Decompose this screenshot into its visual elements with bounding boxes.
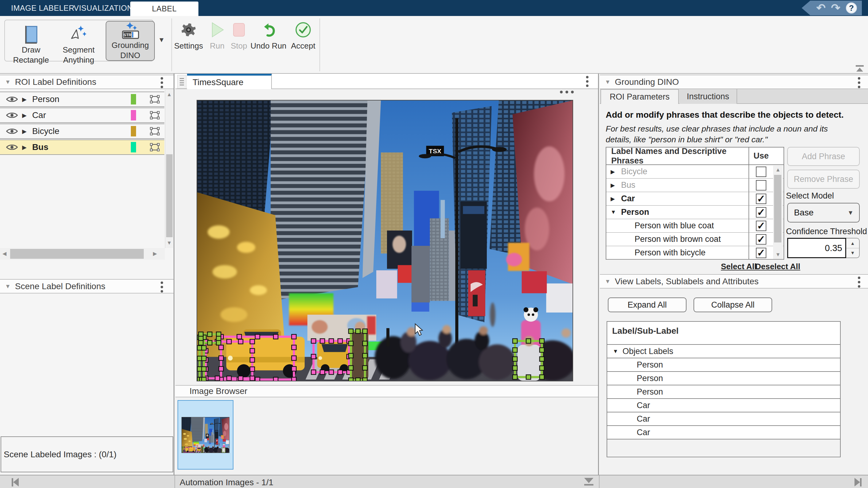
expand-triangle-icon[interactable]: ▶ — [22, 112, 27, 119]
collapse-triangle-icon[interactable]: ▼ — [611, 209, 621, 215]
label-row[interactable]: Car — [607, 413, 840, 426]
roi-definitions-header[interactable]: ▼ ROI Label Definitions — [0, 75, 174, 89]
gdino-icon-text: STR — [123, 33, 132, 37]
phrase-label: Person — [621, 207, 649, 217]
help-icon[interactable]: ? — [846, 2, 857, 13]
accept-button[interactable]: Accept — [288, 22, 318, 51]
collapse-image-strip-icon[interactable] — [584, 478, 593, 486]
view-labels-header[interactable]: ▼ View Labels, Sublabels and Attributes — [600, 274, 868, 288]
expand-triangle-icon[interactable]: ▶ — [611, 169, 621, 175]
visibility-eye-icon[interactable] — [6, 127, 18, 135]
select-all-link[interactable]: Select All — [721, 262, 756, 271]
roi-color-swatch[interactable] — [131, 126, 136, 136]
roi-row-bus[interactable]: ▶ Bus — [0, 140, 164, 155]
grounding-dino-menu-icon[interactable] — [858, 82, 860, 84]
grounding-dino-button[interactable]: STR Grounding DINO — [106, 21, 155, 61]
viewer-menu-icon[interactable] — [586, 80, 589, 83]
spinner-up-icon[interactable]: ▲ — [846, 239, 859, 248]
tab-grip-icon[interactable] — [177, 75, 186, 89]
roi-row-bicycle[interactable]: ▶ Bicycle — [0, 124, 164, 139]
collapse-triangle-icon[interactable]: ▼ — [5, 79, 11, 85]
roi-row-person[interactable]: ▶ Person — [0, 92, 164, 107]
view-labels-menu-icon[interactable] — [858, 281, 860, 283]
scene-panel-menu-icon[interactable] — [161, 286, 163, 288]
last-image-icon[interactable] — [855, 478, 862, 486]
phrase-row-person-bicycle[interactable]: Person with bicycle ✓ — [606, 246, 783, 260]
use-checkbox[interactable]: ✓ — [756, 248, 766, 258]
segment-anything-label: Segment Anything — [56, 45, 102, 65]
collapse-all-button[interactable]: Collapse All — [693, 298, 772, 312]
roi-color-swatch[interactable] — [131, 142, 136, 152]
phrase-row-bicycle[interactable]: ▶Bicycle — [606, 165, 783, 179]
times-square-photo[interactable] — [196, 100, 573, 382]
use-checkbox[interactable] — [756, 166, 766, 177]
visibility-eye-icon[interactable] — [6, 143, 18, 151]
tab-label[interactable]: LABEL — [130, 2, 198, 16]
label-row[interactable]: Person — [607, 358, 840, 372]
model-dropdown[interactable]: Base ▼ — [787, 203, 860, 222]
label-row[interactable]: Person — [607, 385, 840, 399]
use-checkbox[interactable]: ✓ — [756, 207, 766, 218]
visibility-eye-icon[interactable] — [6, 95, 18, 103]
image-tab-timessquare[interactable]: TimesSquare — [187, 74, 272, 89]
expand-triangle-icon[interactable]: ▶ — [22, 96, 27, 103]
axes-toolbar-ellipsis-icon[interactable] — [560, 91, 574, 93]
roi-panel-menu-icon[interactable] — [161, 82, 163, 84]
undo-icon[interactable]: ↶ — [816, 2, 826, 13]
phrase-row-bus[interactable]: ▶Bus — [606, 179, 783, 192]
tab-instructions[interactable]: Instructions — [679, 89, 737, 104]
settings-button[interactable]: Settings — [173, 22, 205, 51]
tools-gallery-dropdown-icon[interactable]: ▼ — [155, 34, 168, 46]
expand-triangle-icon[interactable]: ▶ — [22, 144, 27, 151]
draw-rectangle-button[interactable]: Draw Rectangle — [8, 25, 54, 65]
expand-triangle-icon[interactable]: ▶ — [611, 182, 621, 189]
collapse-triangle-icon[interactable]: ▼ — [5, 283, 11, 290]
label-row[interactable]: Car — [607, 399, 840, 413]
scroll-up-icon[interactable]: ▲ — [776, 167, 781, 173]
phrase-row-car[interactable]: ▶Car ✓ — [606, 192, 783, 206]
roi-list-horizontal-scrollbar[interactable]: ◀ ▶ — [0, 248, 165, 260]
redo-icon[interactable]: ↷ — [831, 2, 840, 13]
tab-roi-parameters[interactable]: ROI Parameters — [600, 89, 679, 104]
collapse-triangle-icon[interactable]: ▼ — [605, 278, 611, 285]
spinner-down-icon[interactable]: ▼ — [846, 248, 859, 258]
scroll-down-icon[interactable]: ▼ — [776, 252, 781, 258]
expand-all-button[interactable]: Expand All — [608, 298, 686, 312]
phrase-row-person[interactable]: ▼Person ✓ — [606, 206, 783, 219]
expand-triangle-icon[interactable]: ▶ — [22, 128, 27, 135]
tab-image-labeler[interactable]: IMAGE LABELER — [11, 0, 75, 16]
grounding-dino-header[interactable]: ▼ Grounding DINO — [600, 75, 868, 89]
segment-anything-button[interactable]: Segment Anything — [56, 25, 102, 65]
label-row[interactable]: Person — [607, 372, 840, 385]
roi-color-swatch[interactable] — [131, 110, 136, 120]
use-checkbox[interactable]: ✓ — [756, 221, 766, 231]
use-checkbox[interactable]: ✓ — [756, 193, 766, 204]
scene-definitions-header[interactable]: ▼ Scene Label Definitions — [0, 279, 174, 294]
collapse-triangle-icon[interactable]: ▼ — [605, 79, 611, 85]
object-labels-group-row[interactable]: ▼ Object Labels — [607, 345, 840, 358]
first-image-icon[interactable] — [12, 478, 19, 486]
roi-list-vertical-scrollbar[interactable]: ▲ ▼ — [165, 90, 173, 248]
collapse-ribbon-icon[interactable] — [855, 65, 864, 71]
roi-row-car[interactable]: ▶ Car — [0, 108, 164, 123]
undo-run-button[interactable]: Undo Run — [251, 22, 286, 51]
scroll-up-icon[interactable]: ▲ — [167, 92, 172, 98]
phrase-row-person-blue-coat[interactable]: Person with blue coat ✓ — [606, 219, 783, 233]
roi-color-swatch[interactable] — [131, 94, 136, 104]
deselect-all-link[interactable]: Deselect All — [755, 262, 800, 271]
scroll-left-icon[interactable]: ◀ — [2, 250, 6, 257]
scroll-right-icon[interactable]: ▶ — [153, 250, 157, 257]
label-row[interactable]: Car — [607, 426, 840, 439]
use-checkbox[interactable] — [756, 180, 766, 190]
confidence-threshold-input[interactable]: 0.35 — [787, 238, 846, 258]
use-checkbox[interactable]: ✓ — [756, 234, 766, 245]
phrase-row-person-brown-coat[interactable]: Person with brown coat ✓ — [606, 233, 783, 246]
phrase-table-scrollbar[interactable]: ▲ ▼ — [773, 165, 783, 259]
visibility-eye-icon[interactable] — [6, 111, 18, 119]
collapse-triangle-icon[interactable]: ▼ — [613, 348, 618, 355]
tab-visualization[interactable]: VISUALIZATION — [74, 0, 133, 16]
image-thumbnail-selected[interactable] — [178, 400, 234, 469]
scroll-down-icon[interactable]: ▼ — [167, 240, 172, 246]
image-browser-header[interactable]: Image Browser — [175, 385, 598, 397]
expand-triangle-icon[interactable]: ▶ — [611, 195, 621, 202]
